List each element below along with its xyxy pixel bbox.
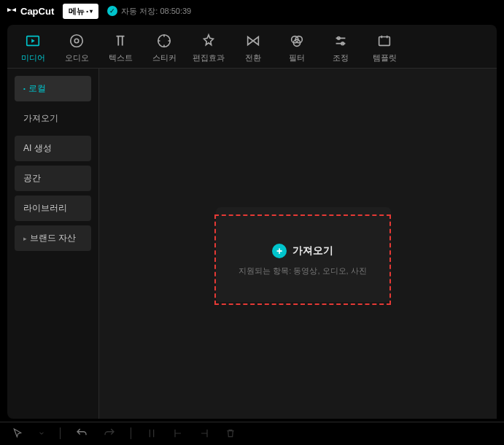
tab-sticker[interactable]: 스티커 — [149, 32, 179, 63]
tab-label: 조정 — [333, 53, 349, 63]
sidebar-item-label: 라이브러리 — [23, 202, 67, 214]
text-icon — [112, 32, 129, 50]
sidebar-item-ai[interactable]: AI 생성 — [15, 136, 91, 161]
plus-icon: + — [272, 244, 287, 258]
tab-template[interactable]: 템플릿 — [369, 32, 400, 63]
delete-button[interactable] — [225, 427, 236, 439]
auto-save-status: ✓ 자동 저장: 08:50:39 — [107, 6, 191, 17]
sidebar-item-label: AI 생성 — [23, 142, 52, 155]
chevron-right-icon: ▸ — [23, 235, 27, 242]
adjust-icon — [332, 32, 349, 50]
tab-label: 텍스트 — [109, 53, 133, 63]
check-icon: ✓ — [107, 6, 117, 16]
svg-rect-9 — [379, 37, 390, 46]
content-area: + 가져오기 지원되는 항목: 동영상, 오디오, 사진 — [98, 69, 497, 419]
sidebar: • 로컬 가져오기 AI 생성 공간 라이브러리 ▸ 브랜드 자산 — [7, 69, 98, 419]
tab-label: 전환 — [245, 53, 261, 63]
tab-label: 오디오 — [65, 53, 89, 63]
pointer-tool[interactable] — [12, 427, 23, 439]
trim-left-button[interactable] — [172, 427, 184, 439]
tab-label: 템플릿 — [373, 53, 397, 63]
import-title-row: + 가져오기 — [272, 244, 333, 258]
menu-button[interactable]: 메뉴 • ▾ — [63, 4, 98, 19]
tab-media[interactable]: 미디어 — [18, 32, 48, 63]
tab-transition[interactable]: 전환 — [238, 32, 268, 63]
app-logo: CapCut — [6, 5, 54, 17]
tab-audio[interactable]: 오디오 — [61, 32, 92, 63]
tab-text[interactable]: 텍스트 — [105, 32, 136, 63]
import-title: 가져오기 — [292, 244, 333, 258]
tab-filter[interactable]: 필터 — [282, 32, 312, 63]
redo-button[interactable] — [103, 427, 116, 440]
trim-right-button[interactable] — [198, 427, 210, 439]
sidebar-item-label: 가져오기 — [23, 112, 58, 125]
bullet-icon: • — [23, 85, 26, 92]
tab-label: 필터 — [289, 53, 305, 63]
auto-save-text: 자동 저장: 08:50:39 — [121, 6, 191, 17]
svg-point-2 — [74, 39, 79, 43]
app-name: CapCut — [20, 6, 54, 17]
menu-label: 메뉴 — [69, 6, 85, 17]
undo-button[interactable] — [75, 427, 88, 440]
filter-icon — [288, 32, 306, 50]
tab-label: 편집효과 — [193, 53, 225, 63]
audio-icon — [68, 32, 85, 50]
sidebar-item-label: 공간 — [23, 172, 41, 185]
chevron-down-icon-small[interactable] — [38, 430, 45, 437]
tab-adjust[interactable]: 조정 — [325, 32, 356, 63]
separator — [60, 427, 61, 439]
tab-effects[interactable]: 편집효과 — [193, 32, 225, 63]
sidebar-item-local[interactable]: • 로컬 — [15, 76, 91, 101]
import-subtitle: 지원되는 항목: 동영상, 오디오, 사진 — [239, 266, 366, 276]
split-button[interactable] — [146, 427, 158, 439]
sidebar-item-brand[interactable]: ▸ 브랜드 자산 — [15, 225, 91, 251]
import-drop-zone[interactable]: + 가져오기 지원되는 항목: 동영상, 오디오, 사진 — [214, 214, 391, 305]
effects-icon — [200, 32, 217, 50]
tab-label: 스티커 — [152, 53, 177, 63]
sidebar-item-space[interactable]: 공간 — [15, 166, 91, 191]
separator — [131, 427, 131, 439]
chevron-down-icon: • ▾ — [86, 8, 93, 15]
sticker-icon — [155, 32, 173, 50]
sidebar-item-import[interactable]: 가져오기 — [15, 106, 91, 131]
transition-icon — [244, 32, 262, 50]
sidebar-item-library[interactable]: 라이브러리 — [15, 196, 91, 221]
template-icon — [376, 32, 393, 50]
tab-label: 미디어 — [21, 53, 45, 63]
media-icon — [24, 32, 42, 50]
sidebar-item-label: 브랜드 자산 — [30, 232, 76, 244]
sidebar-item-label: 로컬 — [28, 82, 46, 95]
svg-point-1 — [71, 35, 83, 47]
logo-icon — [6, 5, 18, 17]
top-toolbar: 미디어 오디오 텍스트 스티커 편집효과 — [7, 25, 497, 69]
bottom-toolbar — [0, 422, 504, 444]
